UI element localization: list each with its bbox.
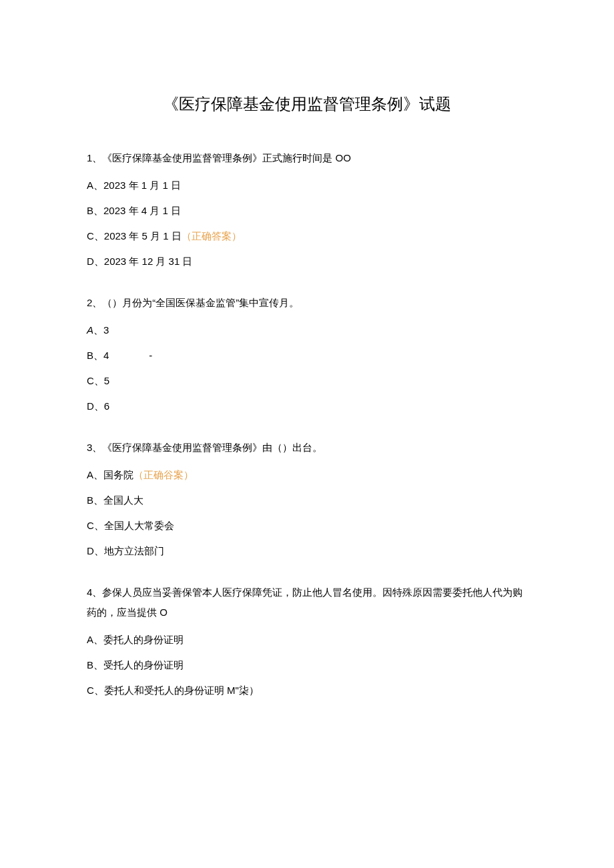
- question-2-option-b: B、4-: [87, 348, 527, 364]
- question-2: 2、（）月份为“全国医保基金监管”集中宣传月。 A、3 B、4- C、5 D、6: [87, 293, 527, 414]
- question-4-option-b: B、受托人的身份证明: [87, 657, 527, 673]
- question-1-option-b: B、2023 年 4 月 1 日: [87, 203, 527, 219]
- option-label: B、2023: [87, 205, 129, 216]
- question-4-option-c: C、委托人和受托人的身份证明 M"柒）: [87, 683, 527, 699]
- option-text: 1: [141, 179, 150, 191]
- option-dash: -: [149, 348, 152, 364]
- question-1-option-a: A、2023 年 1 月 1 日: [87, 177, 527, 193]
- option-text: 5: [142, 230, 151, 242]
- option-text: 年: [129, 256, 141, 267]
- question-1-option-c: C、2023 年 5 月 1 日（正确答案）: [87, 228, 527, 244]
- page-title: 《医疗保障基金使用监督管理条例》试题: [87, 93, 527, 115]
- option-text: 日: [171, 179, 181, 191]
- option-label: B、受托人的身份证明: [87, 659, 184, 671]
- question-4: 4、参保人员应当妥善保管本人医疗保障凭证，防止他人冒名使用。因特殊原因需要委托他…: [87, 582, 527, 699]
- question-2-text: 2、（）月份为“全国医保基金监管”集中宣传月。: [87, 293, 527, 313]
- correct-answer-label: （正确答案）: [182, 230, 242, 242]
- option-text: 1: [163, 230, 172, 242]
- option-label: C、全国人大常委会: [87, 520, 174, 531]
- option-text: 年: [129, 230, 141, 242]
- option-text: 31: [169, 256, 183, 267]
- question-3-option-c: C、全国人大常委会: [87, 518, 527, 534]
- option-text: 月: [156, 256, 168, 267]
- option-text: 日: [182, 256, 192, 267]
- option-label: B、4: [87, 350, 109, 361]
- question-3-option-a: A、国务院（正确谷案）: [87, 467, 527, 483]
- question-2-option-a: A、3: [87, 322, 527, 338]
- option-label: C、委托人和受托人的身份证明 M"柒）: [87, 685, 259, 696]
- option-text: 年: [129, 205, 141, 216]
- option-text: 年: [129, 179, 141, 191]
- option-text: 日: [172, 230, 182, 242]
- option-label: D、地方立法部门: [87, 545, 164, 556]
- option-text: 1: [162, 179, 171, 191]
- option-text: 日: [171, 205, 181, 216]
- question-3-option-d: D、地方立法部门: [87, 543, 527, 559]
- question-3: 3、《医疗保障基金使用监督管理条例》由（）出台。 A、国务院（正确谷案） B、全…: [87, 438, 527, 559]
- option-text: 、3: [93, 324, 109, 336]
- option-label: B、全国人大: [87, 494, 143, 506]
- option-label: C、2023: [87, 230, 129, 242]
- option-label: A、委托人的身份证明: [87, 634, 184, 645]
- option-text: 4: [141, 205, 150, 216]
- option-label: A、国务院: [87, 469, 133, 480]
- question-1: 1、《医疗保障基金使用监督管理条例》正式施行时间是 OO A、2023 年 1 …: [87, 148, 527, 270]
- question-3-option-b: B、全国人大: [87, 492, 527, 508]
- option-label: C、5: [87, 375, 109, 386]
- question-2-option-c: C、5: [87, 373, 527, 389]
- question-4-option-a: A、委托人的身份证明: [87, 632, 527, 648]
- option-text: 月: [150, 230, 163, 242]
- option-label: A: [87, 324, 93, 336]
- option-text: 1: [162, 205, 171, 216]
- question-3-text: 3、《医疗保障基金使用监督管理条例》由（）出台。: [87, 438, 527, 458]
- option-text: 月: [149, 205, 162, 216]
- option-label: D、6: [87, 400, 109, 412]
- option-text: 12: [142, 256, 156, 267]
- option-text: 月: [149, 179, 162, 191]
- question-2-option-d: D、6: [87, 398, 527, 414]
- question-1-option-d: D、2023 年 12 月 31 日: [87, 254, 527, 270]
- question-1-text: 1、《医疗保障基金使用监督管理条例》正式施行时间是 OO: [87, 148, 527, 168]
- option-label: D、2023: [87, 256, 129, 267]
- correct-answer-label: （正确谷案）: [133, 469, 194, 480]
- option-label: A、2023: [87, 179, 129, 191]
- question-4-text: 4、参保人员应当妥善保管本人医疗保障凭证，防止他人冒名使用。因特殊原因需要委托他…: [87, 582, 527, 622]
